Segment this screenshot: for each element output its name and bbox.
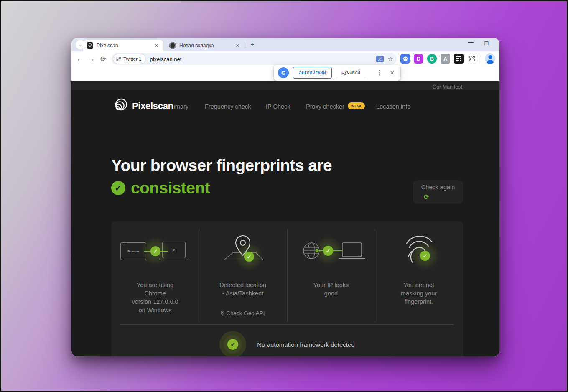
- translate-close-icon[interactable]: ✕: [388, 70, 396, 76]
- toolbar-separator: [481, 55, 481, 63]
- tab-divider: [246, 42, 246, 48]
- new-badge[interactable]: NEW: [348, 102, 365, 109]
- browser-os-check-icon: Browser OS ✓: [120, 232, 191, 271]
- pin-icon: [221, 311, 224, 316]
- browser-box-label: Browser: [127, 249, 139, 253]
- translate-options-icon[interactable]: ⋮: [374, 69, 384, 76]
- chevron-down-icon: ⌄: [78, 42, 82, 48]
- check-icon: ✓: [323, 246, 333, 256]
- reload-button[interactable]: ⟳: [97, 55, 109, 64]
- blue-extension-icon[interactable]: [400, 54, 410, 64]
- tab-title: Pixelscan: [97, 43, 153, 48]
- check-icon: ✓: [244, 252, 254, 262]
- desktop-background: ⌄ Pixelscan ✕ Новая вкладка ✕ + — ❐ ← →: [0, 0, 568, 392]
- webpage-viewport: Our Manifest Summary Frequency check IP …: [71, 66, 499, 356]
- tab-close-icon[interactable]: ✕: [153, 42, 160, 49]
- extensions-puzzle-icon[interactable]: [467, 54, 477, 64]
- results-panel: Browser OS ✓ You are using Chrome versio…: [111, 221, 463, 356]
- hero-heading: Your browser fingerprints are ✓ consiste…: [111, 156, 332, 197]
- url-text: pixelscan.net: [150, 56, 181, 62]
- page-main: Summary Frequency check IP Check Proxy c…: [71, 90, 499, 356]
- tab-close-icon[interactable]: ✕: [234, 42, 241, 49]
- new-tab-button[interactable]: +: [250, 41, 254, 48]
- tab-title: Новая вкладка: [179, 43, 234, 48]
- gray-a-extension-icon[interactable]: A: [441, 54, 450, 64]
- nav-item-location-info[interactable]: Location info: [376, 103, 410, 110]
- tab-new-tab[interactable]: Новая вкладка ✕: [166, 40, 245, 51]
- pixelscan-logo[interactable]: Pixelscan: [111, 97, 174, 115]
- brand-name: Pixelscan: [132, 101, 173, 112]
- nav-item-ip-check[interactable]: IP Check: [266, 103, 290, 110]
- fingerprint-check-icon: ✓: [383, 232, 454, 271]
- card-ip: ✓ Your IP looks good: [287, 221, 375, 330]
- hero-line2: consistent: [131, 179, 210, 197]
- calculator-extension-icon[interactable]: [454, 54, 464, 64]
- card-browser-os: Browser OS ✓ You are using Chrome versio…: [111, 221, 199, 330]
- automation-check-icon: ✓: [227, 339, 238, 350]
- teal-b-extension-icon[interactable]: B: [427, 54, 437, 64]
- pixelscan-favicon: [87, 42, 93, 49]
- forward-button[interactable]: →: [86, 55, 97, 63]
- card-text: Your IP looks good: [287, 281, 375, 298]
- translate-icon[interactable]: 文: [376, 56, 384, 62]
- profile-avatar[interactable]: [485, 53, 495, 64]
- new-tab-favicon: [169, 42, 176, 49]
- window-restore-button[interactable]: ❐: [484, 41, 489, 46]
- check-again-button[interactable]: Check again ⟳: [413, 180, 463, 204]
- card-fingerprint: ✓ You are not masking your fingerprint.: [375, 221, 463, 330]
- globe-laptop-check-icon: ✓: [295, 232, 367, 271]
- translate-popup: G английский русский ⋮ ✕: [274, 65, 400, 81]
- nav-item-proxy-checker[interactable]: Proxy checker: [306, 103, 344, 110]
- check-geo-api-label: Check Geo API: [226, 310, 265, 316]
- browser-window: ⌄ Pixelscan ✕ Новая вкладка ✕ + — ❐ ← →: [71, 38, 499, 356]
- check-icon: ✓: [150, 246, 160, 256]
- card-location: ✓ Detected location - Asia/Tashkent Chec…: [199, 221, 287, 330]
- automation-status-row: ✓ No automation framework detected: [111, 331, 463, 356]
- site-settings-chip[interactable]: Twitter 1: [113, 54, 145, 64]
- os-box-label: OS: [172, 248, 176, 252]
- check-icon: ✓: [420, 251, 430, 261]
- check-again-label: Check again: [413, 184, 463, 191]
- horizontal-divider: [120, 324, 454, 325]
- window-minimize-button[interactable]: —: [468, 39, 474, 45]
- location-pin-check-icon: ✓: [207, 232, 278, 271]
- automation-status-text: No automation framework detected: [257, 341, 354, 348]
- hero-line1: Your browser fingerprints are: [111, 156, 332, 175]
- address-bar[interactable]: Twitter 1 pixelscan.net 文 ☆: [112, 53, 397, 65]
- nav-item-frequency-check[interactable]: Frequency check: [205, 103, 251, 110]
- tune-icon: [116, 56, 121, 61]
- translate-source-language-button[interactable]: английский: [293, 67, 332, 79]
- extensions-bar: D B A: [400, 53, 495, 64]
- purple-d-extension-icon[interactable]: D: [414, 54, 423, 64]
- tab-strip: ⌄ Pixelscan ✕ Новая вкладка ✕ + — ❐: [71, 38, 499, 51]
- tab-pixelscan[interactable]: Pixelscan ✕: [83, 40, 163, 51]
- status-check-glow: ✓: [219, 331, 246, 356]
- bookmark-star-icon[interactable]: ☆: [388, 55, 393, 63]
- browser-toolbar: ← → ⟳ Twitter 1 pixelscan.net 文 ☆ D B: [71, 51, 499, 66]
- translate-target-language-button[interactable]: русский: [336, 66, 366, 79]
- pixelscan-logo-icon: [111, 97, 129, 115]
- card-text: You are using Chrome version 127.0.0.0 o…: [111, 281, 199, 314]
- card-text: You are not masking your fingerprint.: [375, 281, 463, 306]
- refresh-icon: ⟳: [424, 193, 429, 201]
- profile-chip-label: Twitter 1: [123, 56, 141, 61]
- check-geo-api-link[interactable]: Check Geo API: [199, 310, 287, 316]
- card-text: Detected location - Asia/Tashkent: [199, 281, 287, 298]
- consistent-check-icon: ✓: [111, 181, 125, 195]
- back-button[interactable]: ←: [74, 55, 86, 63]
- google-translate-icon: G: [278, 67, 289, 78]
- our-manifest-link[interactable]: Our Manifest: [432, 84, 462, 90]
